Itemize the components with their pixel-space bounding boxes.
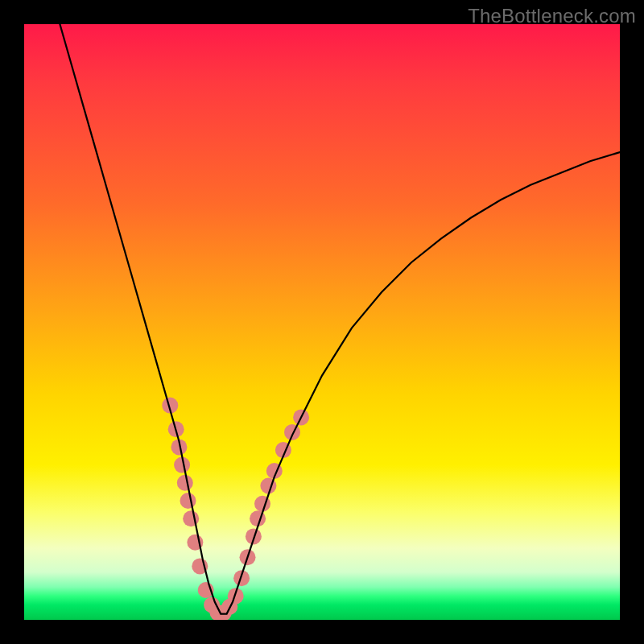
marker-bead [180, 493, 196, 509]
marker-bead [284, 424, 300, 440]
marker-beads [162, 398, 309, 620]
outer-frame: TheBottleneck.com [0, 0, 644, 644]
chart-svg [24, 24, 620, 620]
bottleneck-curve [60, 24, 620, 614]
marker-bead [183, 510, 199, 526]
plot-area [24, 24, 620, 620]
marker-bead [177, 475, 193, 491]
